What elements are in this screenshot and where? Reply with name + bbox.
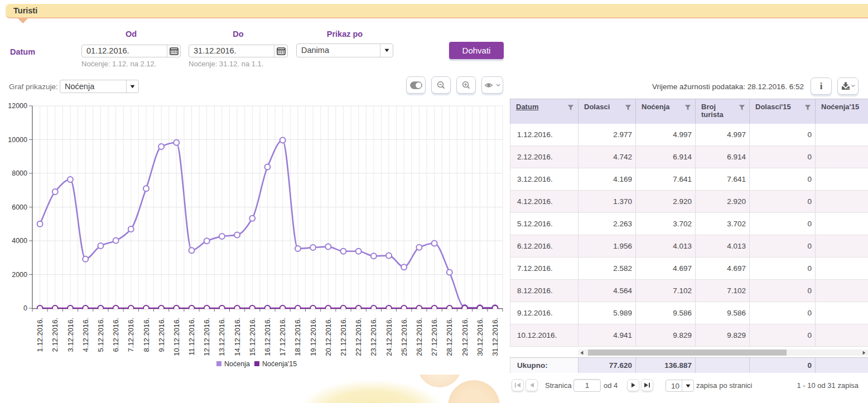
svg-text:10000: 10000 bbox=[8, 136, 27, 144]
svg-text:3.12.2016.: 3.12.2016. bbox=[66, 318, 75, 352]
svg-text:4.12.2016.: 4.12.2016. bbox=[81, 318, 90, 352]
svg-text:5.12.2016.: 5.12.2016. bbox=[97, 318, 105, 352]
svg-text:8000: 8000 bbox=[12, 169, 27, 177]
svg-text:28.12.2016.: 28.12.2016. bbox=[445, 318, 454, 356]
svg-text:10.12.2016.: 10.12.2016. bbox=[172, 318, 181, 356]
svg-text:27.12.2016.: 27.12.2016. bbox=[430, 318, 438, 356]
svg-text:16.12.2016.: 16.12.2016. bbox=[263, 318, 272, 356]
svg-text:26.12.2016.: 26.12.2016. bbox=[415, 318, 423, 356]
svg-text:20.12.2016.: 20.12.2016. bbox=[324, 318, 332, 356]
svg-text:13.12.2016.: 13.12.2016. bbox=[218, 318, 226, 356]
svg-text:7.12.2016.: 7.12.2016. bbox=[127, 318, 135, 352]
svg-text:29.12.2016.: 29.12.2016. bbox=[461, 318, 469, 356]
svg-text:21.12.2016.: 21.12.2016. bbox=[339, 318, 348, 356]
svg-text:18.12.2016.: 18.12.2016. bbox=[293, 318, 302, 356]
svg-text:12000: 12000 bbox=[8, 102, 27, 110]
svg-text:11.12.2016.: 11.12.2016. bbox=[187, 318, 196, 356]
svg-text:17.12.2016.: 17.12.2016. bbox=[278, 318, 287, 356]
svg-text:24.12.2016.: 24.12.2016. bbox=[385, 318, 393, 356]
svg-text:6000: 6000 bbox=[12, 203, 27, 211]
svg-text:8.12.2016.: 8.12.2016. bbox=[142, 318, 151, 352]
svg-text:30.12.2016.: 30.12.2016. bbox=[476, 318, 484, 356]
svg-text:31.12.2016.: 31.12.2016. bbox=[491, 318, 499, 356]
svg-text:12.12.2016.: 12.12.2016. bbox=[202, 318, 211, 356]
svg-text:9.12.2016.: 9.12.2016. bbox=[157, 318, 166, 352]
svg-text:Noćenja: Noćenja bbox=[224, 360, 250, 368]
svg-text:22.12.2016.: 22.12.2016. bbox=[354, 318, 363, 356]
svg-text:25.12.2016.: 25.12.2016. bbox=[400, 318, 408, 356]
svg-text:19.12.2016.: 19.12.2016. bbox=[309, 318, 317, 356]
svg-text:2000: 2000 bbox=[12, 271, 27, 279]
svg-text:0: 0 bbox=[23, 304, 27, 312]
svg-text:Noćenja'15: Noćenja'15 bbox=[262, 360, 297, 368]
svg-text:1.12.2016.: 1.12.2016. bbox=[36, 318, 44, 352]
svg-text:15.12.2016.: 15.12.2016. bbox=[248, 318, 257, 356]
svg-text:23.12.2016.: 23.12.2016. bbox=[369, 318, 378, 356]
svg-text:2.12.2016.: 2.12.2016. bbox=[51, 318, 59, 352]
svg-text:14.12.2016.: 14.12.2016. bbox=[233, 318, 242, 356]
svg-text:6.12.2016.: 6.12.2016. bbox=[112, 318, 120, 352]
svg-text:4000: 4000 bbox=[12, 237, 27, 245]
